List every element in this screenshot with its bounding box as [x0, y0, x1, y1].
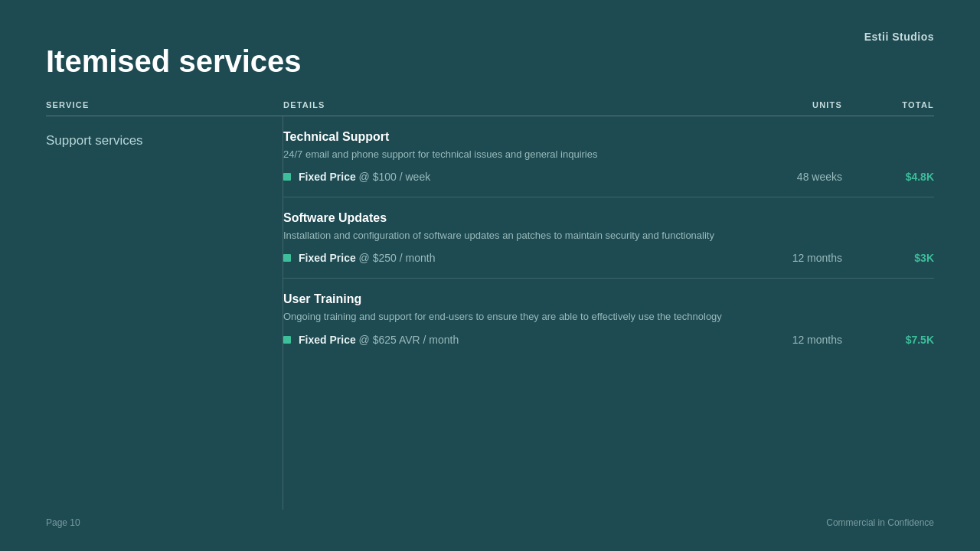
page-title: Itemised services [46, 44, 934, 79]
line-item-total-0-0: $4.8K [858, 171, 934, 183]
section-user-training: User Training Ongoing training and suppo… [283, 279, 934, 359]
section-title-0: Technical Support [283, 130, 934, 144]
header-total: TOTAL [858, 100, 934, 109]
footer-confidential-label: Commercial in Confidence [826, 517, 934, 528]
line-item-rate-1-0: @ $250 / month [359, 252, 436, 264]
line-item-left-1-0: Fixed Price @ $250 / month [283, 252, 758, 264]
section-title-1: Software Updates [283, 211, 934, 225]
green-square-icon [283, 173, 291, 181]
footer-page-number: Page 10 [46, 517, 80, 528]
line-item-2-0: Fixed Price @ $625 AVR / month 12 months… [283, 334, 934, 346]
line-item-rate-0-0: @ $100 / week [359, 171, 431, 183]
section-desc-2: Ongoing training and support for end-use… [283, 310, 934, 324]
section-technical-support: Technical Support 24/7 email and phone s… [283, 116, 934, 197]
content-area: Support services Technical Support 24/7 … [46, 116, 934, 510]
green-square-icon [283, 254, 291, 262]
service-column: Support services [46, 116, 283, 510]
line-item-left-0-0: Fixed Price @ $100 / week [283, 171, 758, 183]
line-item-units-0-0: 48 weeks [758, 171, 858, 183]
line-item-label-2-0: Fixed Price @ $625 AVR / month [299, 334, 459, 346]
green-square-icon [283, 336, 291, 344]
line-item-units-1-0: 12 months [758, 252, 858, 264]
header-service: SERVICE [46, 100, 283, 109]
details-column: Technical Support 24/7 email and phone s… [283, 116, 934, 510]
line-item-label-0-0: Fixed Price @ $100 / week [299, 171, 430, 183]
header-units: UNITS [758, 100, 858, 109]
section-desc-1: Installation and configuration of softwa… [283, 229, 934, 243]
line-item-label-1-0: Fixed Price @ $250 / month [299, 252, 435, 264]
page-container: Estii Studios Itemised services SERVICE … [0, 0, 980, 551]
table-header: SERVICE DETAILS UNITS TOTAL [46, 100, 934, 116]
line-item-1-0: Fixed Price @ $250 / month 12 months $3K [283, 252, 934, 264]
header-details: DETAILS [283, 100, 758, 109]
line-item-type-1-0: Fixed Price [299, 252, 356, 264]
line-item-type-2-0: Fixed Price [299, 334, 356, 346]
line-item-total-1-0: $3K [858, 252, 934, 264]
line-item-units-2-0: 12 months [758, 334, 858, 346]
section-software-updates: Software Updates Installation and config… [283, 197, 934, 279]
section-desc-0: 24/7 email and phone support for technic… [283, 148, 934, 161]
line-item-0-0: Fixed Price @ $100 / week 48 weeks $4.8K [283, 171, 934, 183]
line-item-type-0-0: Fixed Price [299, 171, 356, 183]
footer: Page 10 Commercial in Confidence [46, 510, 934, 528]
brand-name: Estii Studios [864, 31, 934, 43]
line-item-rate-2-0: @ $625 AVR / month [359, 334, 459, 346]
line-item-left-2-0: Fixed Price @ $625 AVR / month [283, 334, 758, 346]
section-title-2: User Training [283, 292, 934, 306]
service-category-label: Support services [46, 133, 143, 148]
line-item-total-2-0: $7.5K [858, 334, 934, 346]
